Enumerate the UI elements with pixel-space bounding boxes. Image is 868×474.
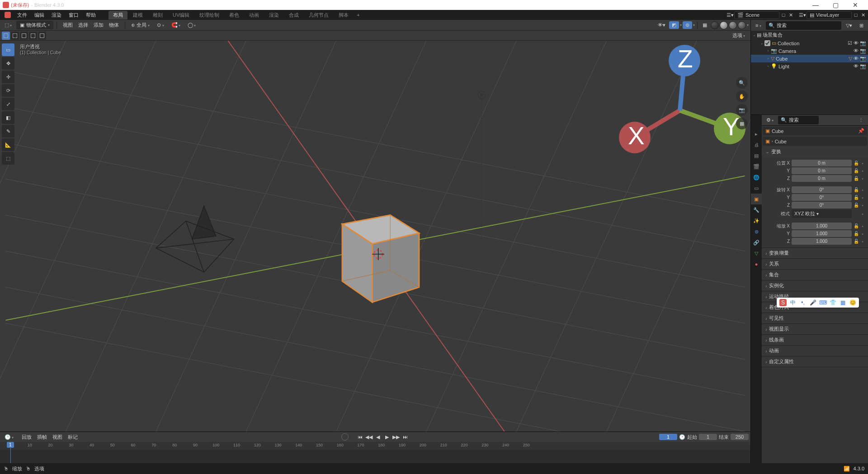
add-workspace-button[interactable]: + xyxy=(353,11,363,19)
close-button[interactable]: ✕ xyxy=(845,1,865,9)
menu-文件[interactable]: 文件 xyxy=(14,10,31,20)
viewlayer-selector[interactable]: ▤ ViewLayer xyxy=(807,11,852,19)
tab-合成[interactable]: 合成 xyxy=(284,11,303,19)
select-mode-subtract[interactable] xyxy=(20,32,28,40)
scene-browse-icon[interactable]: ☰▾ xyxy=(727,12,733,18)
tab-脚本[interactable]: 脚本 xyxy=(334,11,353,19)
scene-selector[interactable]: 🎬 Scene xyxy=(734,11,779,19)
props-options[interactable]: ⋮ xyxy=(856,116,866,124)
measure-tool[interactable]: 📐 xyxy=(2,138,14,151)
tab-viewlayer[interactable]: ▤ xyxy=(751,150,762,161)
rendered-shading[interactable] xyxy=(738,21,746,29)
select-mode-invert[interactable] xyxy=(29,32,37,40)
add-tool[interactable]: ⬚ xyxy=(2,152,14,165)
move-tool[interactable]: ✢ xyxy=(2,71,14,83)
minimize-button[interactable]: — xyxy=(806,1,826,9)
play-button[interactable]: ▶ xyxy=(383,433,391,441)
props-breadcrumb-2[interactable]: ▣ › Cube xyxy=(763,137,867,146)
axis-gizmo[interactable]: X Y Z xyxy=(612,43,748,178)
tab-雕刻[interactable]: 雕刻 xyxy=(148,11,167,19)
playhead[interactable] xyxy=(10,442,11,463)
new-scene-button[interactable]: □ xyxy=(780,12,787,18)
gizmo-toggle[interactable]: ◩ xyxy=(669,21,679,29)
orientation-button[interactable]: ⊕ 全局 xyxy=(128,21,152,29)
tab-output[interactable]: 🖨 xyxy=(751,139,762,150)
ime-emoji-icon[interactable]: 😊 xyxy=(849,299,856,306)
tl-menu-回放[interactable]: 回放 xyxy=(19,433,34,441)
menu-编辑[interactable]: 编辑 xyxy=(31,10,48,20)
loc-y-field[interactable]: 0 m xyxy=(792,167,852,174)
collection-checkbox[interactable] xyxy=(764,40,770,46)
props-breadcrumb-1[interactable]: ▣ Cube 📌 xyxy=(763,127,867,135)
zoom-gizmo[interactable]: 🔍 xyxy=(736,77,748,89)
panel-线条画[interactable]: 线条画 xyxy=(762,335,868,345)
tab-渲染[interactable]: 渲染 xyxy=(264,11,283,19)
vp-menu-视图[interactable]: 视图 xyxy=(60,21,75,29)
snap-button[interactable]: 🧲 xyxy=(169,21,183,29)
outliner-search[interactable]: 🔍 搜索 xyxy=(766,21,841,30)
rot-z-field[interactable]: 0° xyxy=(792,202,852,209)
panel-可见性[interactable]: 可见性 xyxy=(762,313,868,323)
vp-menu-添加[interactable]: 添加 xyxy=(91,21,106,29)
start-frame-field[interactable]: 1 xyxy=(699,434,717,440)
tree-collection[interactable]: ⌄ ▭ Collection ☑👁📷 xyxy=(751,39,868,47)
tab-UV编辑[interactable]: UV编辑 xyxy=(168,11,194,19)
mode-selector[interactable]: ▣ 物体模式 ▾ xyxy=(16,21,53,29)
tab-object[interactable]: ▣ xyxy=(751,194,762,204)
ime-lang-cn[interactable]: 中 xyxy=(789,299,797,306)
tab-布局[interactable]: 布局 xyxy=(108,11,127,19)
editor-type-button[interactable]: ⬚ xyxy=(2,21,14,29)
select-box-tool[interactable]: ▭ xyxy=(2,43,14,56)
select-vis-button[interactable]: 👁▾ xyxy=(655,21,668,29)
wireframe-shading[interactable] xyxy=(711,21,719,29)
viewport-options-dropdown[interactable]: 选项 xyxy=(729,31,749,40)
panel-实例化[interactable]: 实例化 xyxy=(762,280,868,291)
annotate-tool[interactable]: ✎ xyxy=(2,125,14,137)
panel-变换增量[interactable]: 变换增量 xyxy=(762,248,868,258)
current-frame-field[interactable]: 1 xyxy=(659,434,677,440)
rotation-mode-select[interactable]: XYZ 欧拉 ▾ xyxy=(792,209,852,218)
rot-x-field[interactable]: 0° xyxy=(792,186,852,193)
tab-纹理绘制[interactable]: 纹理绘制 xyxy=(195,11,224,19)
play-reverse-button[interactable]: ◀ xyxy=(374,433,382,441)
props-type-button[interactable]: ⚙ xyxy=(764,116,776,124)
material-shading[interactable] xyxy=(729,21,737,29)
tab-data[interactable]: ▽ xyxy=(751,248,762,259)
pivot-button[interactable]: ⊙ xyxy=(154,21,166,29)
tab-scene[interactable]: 🎬 xyxy=(751,161,762,172)
select-mode-extend[interactable] xyxy=(11,32,19,40)
tab-render[interactable]: ▸ xyxy=(751,128,762,139)
scale-y-field[interactable]: 1.000 xyxy=(792,230,852,237)
select-mode-intersect[interactable] xyxy=(38,32,46,40)
overlay-toggle[interactable]: ⊚ xyxy=(683,21,692,29)
sogou-logo-icon[interactable]: S xyxy=(779,299,787,306)
xray-toggle[interactable]: ▦ xyxy=(700,21,710,29)
vp-menu-物体[interactable]: 物体 xyxy=(106,21,122,29)
perspective-gizmo[interactable]: ▦ xyxy=(736,118,748,129)
ime-skin-icon[interactable]: 👕 xyxy=(829,299,836,306)
new-viewlayer-button[interactable]: □ xyxy=(853,12,859,18)
menu-窗口[interactable]: 窗口 xyxy=(65,10,82,20)
viewlayer-browse-icon[interactable]: ☰▾ xyxy=(799,12,806,18)
delete-viewlayer-button[interactable]: ✕ xyxy=(860,12,866,18)
tree-item-camera[interactable]: ›📷Camera👁📷 xyxy=(751,47,868,55)
exclude-toggle[interactable]: ☑ xyxy=(848,40,852,46)
rotate-tool[interactable]: ⟳ xyxy=(2,84,14,97)
ime-voice-icon[interactable]: 🎤 xyxy=(809,299,816,306)
tab-着色[interactable]: 着色 xyxy=(225,11,244,19)
jump-start-button[interactable]: ⏮ xyxy=(356,433,364,441)
tree-scene-collection[interactable]: ⌄▤ 场景集合 xyxy=(751,31,868,39)
tab-几何节点[interactable]: 几何节点 xyxy=(304,11,333,19)
hide-toggle[interactable]: 👁 xyxy=(854,40,859,46)
panel-动画[interactable]: 动画 xyxy=(762,346,868,356)
tab-动画[interactable]: 动画 xyxy=(245,11,264,19)
end-frame-field[interactable]: 250 xyxy=(731,434,749,440)
autokey-toggle[interactable] xyxy=(341,433,349,441)
tab-material[interactable]: ● xyxy=(751,259,762,270)
timeline-editor-button[interactable]: 🕑 xyxy=(2,433,16,441)
tab-collection[interactable]: ▭ xyxy=(751,183,762,194)
ime-toolbox-icon[interactable]: ▦ xyxy=(839,299,846,306)
ime-toolbar[interactable]: S 中 •, 🎤 ⌨ 👕 ▦ 😊 xyxy=(777,298,859,308)
tab-world[interactable]: 🌐 xyxy=(751,172,762,183)
render-toggle[interactable]: 📷 xyxy=(860,40,866,46)
